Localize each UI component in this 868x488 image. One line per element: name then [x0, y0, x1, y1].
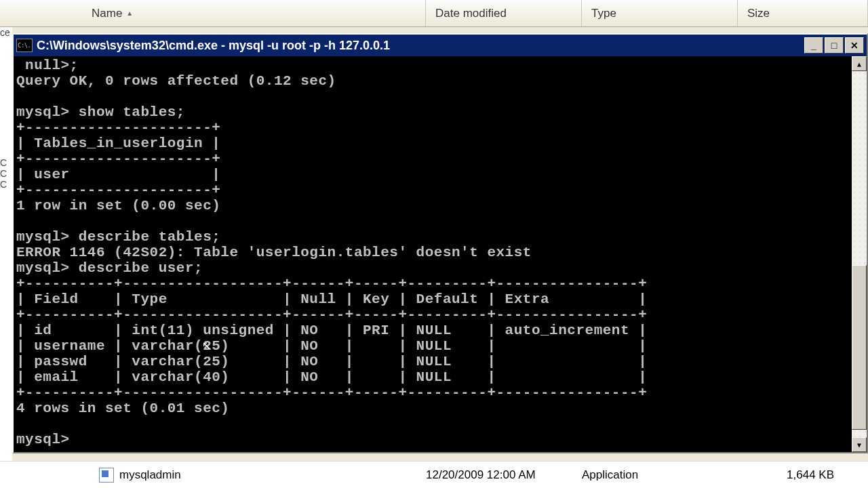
explorer-column-header: Name ▲ Date modified Type Size [0, 0, 868, 27]
window-controls: _ □ ✕ [804, 37, 864, 54]
scroll-up-button[interactable]: ▲ [852, 56, 867, 71]
column-label: Name [92, 7, 122, 20]
command-prompt-window: C:\. C:\Windows\system32\cmd.exe - mysql… [12, 33, 868, 453]
close-button[interactable]: ✕ [845, 37, 864, 54]
titlebar[interactable]: C:\. C:\Windows\system32\cmd.exe - mysql… [14, 35, 867, 56]
terminal-output[interactable]: null>; Query OK, 0 rows affected (0.12 s… [14, 56, 852, 452]
window-title: C:\Windows\system32\cmd.exe - mysql -u r… [37, 39, 804, 53]
file-type: Application [582, 468, 765, 482]
scrollbar-thumb[interactable] [852, 265, 867, 430]
column-label: Size [747, 7, 770, 20]
explorer-file-row[interactable]: mysqladmin 12/20/2009 12:00 AM Applicati… [0, 461, 868, 488]
scroll-down-button[interactable]: ▼ [852, 437, 867, 452]
column-header-size[interactable]: Size [738, 0, 868, 26]
column-header-type[interactable]: Type [582, 0, 738, 26]
application-icon [99, 468, 114, 483]
file-date: 12/20/2009 12:00 AM [426, 468, 582, 482]
column-header-date[interactable]: Date modified [426, 0, 582, 26]
cmd-icon: C:\. [16, 39, 33, 52]
scrollbar-track[interactable] [852, 71, 867, 437]
file-name: mysqladmin [119, 468, 426, 482]
background-window-edge: ceCCC [0, 27, 12, 461]
column-label: Date modified [435, 7, 507, 20]
file-size: 1,644 KB [765, 468, 868, 482]
sort-ascending-icon: ▲ [126, 9, 133, 17]
terminal-area: null>; Query OK, 0 rows affected (0.12 s… [14, 56, 867, 452]
minimize-button[interactable]: _ [804, 37, 823, 54]
column-header-name[interactable]: Name ▲ [0, 0, 426, 26]
vertical-scrollbar[interactable]: ▲ ▼ [852, 56, 867, 452]
column-label: Type [591, 7, 616, 20]
maximize-button[interactable]: □ [825, 37, 844, 54]
